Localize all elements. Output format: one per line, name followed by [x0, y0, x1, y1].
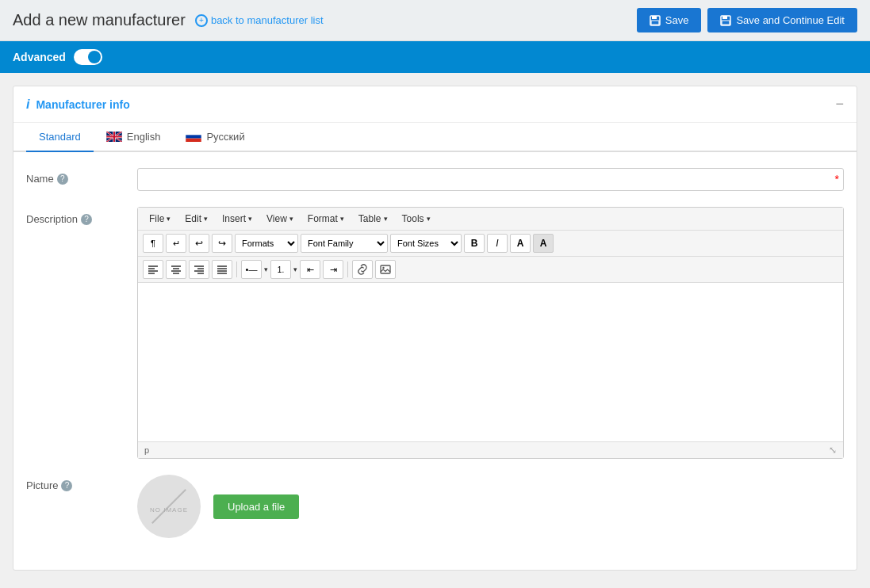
align-right-icon [194, 265, 205, 274]
editor-toolbar-1: ¶ ↵ ↩ ↪ [138, 231, 843, 257]
tools-caret-icon: ▾ [427, 215, 431, 223]
svg-rect-7 [186, 132, 202, 135]
ul-caret-btn[interactable]: ▾ [264, 265, 268, 273]
menu-format[interactable]: Format ▾ [301, 211, 351, 227]
formats-select[interactable]: Formats [235, 234, 298, 253]
edit-caret-icon: ▾ [204, 215, 208, 223]
editor-menubar: File ▾ Edit ▾ Insert ▾ [138, 208, 843, 231]
editor-body[interactable] [138, 283, 843, 441]
save-button[interactable]: Save [637, 8, 702, 32]
save-continue-button[interactable]: Save and Continue Edit [707, 8, 857, 32]
link-btn[interactable] [352, 260, 373, 279]
tab-standard[interactable]: Standard [26, 123, 94, 152]
name-label: Name ? [26, 168, 137, 185]
resize-handle-icon: ⤡ [829, 445, 837, 456]
page-header: Add a new manufacturer + back to manufac… [0, 0, 870, 41]
name-help-icon[interactable]: ? [57, 174, 68, 185]
info-icon: i [26, 97, 29, 112]
manufacturer-info-card: i Manufacturer info − Standard English [13, 86, 857, 571]
required-star: * [835, 173, 839, 185]
svg-rect-1 [652, 16, 657, 19]
table-caret-icon: ▾ [384, 215, 388, 223]
justify-icon [217, 265, 228, 274]
tab-standard-label: Standard [39, 131, 81, 143]
collapse-icon[interactable]: − [835, 96, 844, 113]
description-label: Description ? [26, 207, 137, 225]
svg-point-27 [382, 267, 384, 269]
format-caret-icon: ▾ [340, 215, 344, 223]
forecolor-btn[interactable]: A [510, 234, 531, 253]
toolbar-sep-1 [236, 262, 237, 277]
no-image-placeholder: NO IMAGE [137, 475, 201, 538]
card-header-left: i Manufacturer info [26, 97, 130, 112]
rtl-btn[interactable]: ↵ [166, 234, 186, 253]
picture-help-icon[interactable]: ? [61, 480, 72, 491]
bold-btn[interactable]: B [464, 234, 485, 253]
svg-rect-8 [186, 135, 202, 138]
justify-btn[interactable] [212, 260, 232, 279]
font-sizes-select[interactable]: Font Sizes [390, 234, 462, 253]
advanced-label: Advanced [13, 51, 66, 63]
italic-btn[interactable]: I [487, 234, 508, 253]
align-right-btn[interactable] [189, 260, 209, 279]
view-caret-icon: ▾ [289, 215, 293, 223]
svg-rect-4 [722, 16, 727, 19]
name-row: Name ? * [26, 168, 844, 191]
form-area: Name ? * Description ? [13, 152, 857, 570]
menu-tools[interactable]: Tools ▾ [396, 211, 437, 227]
backcolor-btn[interactable]: A [533, 234, 554, 253]
back-link[interactable]: + back to manufacturer list [195, 14, 324, 27]
save-continue-icon [720, 15, 731, 26]
ul-btn[interactable]: •— [241, 260, 262, 279]
svg-rect-9 [186, 139, 202, 142]
tab-english-label: English [127, 131, 161, 143]
svg-rect-26 [381, 265, 390, 273]
editor-wrapper: File ▾ Edit ▾ Insert ▾ [137, 207, 844, 459]
name-input-wrapper: * [137, 168, 844, 191]
english-flag-icon [106, 132, 122, 142]
font-family-select[interactable]: Font Family [301, 234, 388, 253]
russian-flag-icon [186, 132, 201, 142]
menu-table[interactable]: Table ▾ [352, 211, 394, 227]
redo-btn[interactable]: ↪ [212, 234, 232, 253]
header-right: Save Save and Continue Edit [637, 8, 857, 32]
align-left-btn[interactable] [143, 260, 163, 279]
align-left-icon [148, 265, 159, 274]
svg-rect-2 [651, 21, 659, 25]
upload-file-button[interactable]: Upload a file [213, 494, 299, 519]
image-btn[interactable] [375, 260, 396, 279]
editor-path: p [144, 445, 149, 455]
align-center-icon [171, 265, 182, 274]
save-icon [650, 15, 661, 26]
insert-caret-icon: ▾ [248, 215, 252, 223]
menu-insert[interactable]: Insert ▾ [216, 211, 259, 227]
toolbar-sep-2 [347, 262, 348, 277]
menu-view[interactable]: View ▾ [260, 211, 300, 227]
no-image-text: NO IMAGE [150, 506, 188, 514]
ltr-btn[interactable]: ¶ [143, 234, 163, 253]
tab-english[interactable]: English [94, 123, 174, 152]
tab-russian[interactable]: Русский [173, 123, 257, 152]
header-left: Add a new manufacturer + back to manufac… [13, 11, 324, 29]
align-center-btn[interactable] [166, 260, 186, 279]
description-row: Description ? File ▾ Edit [26, 207, 844, 459]
svg-rect-5 [722, 21, 730, 25]
ol-btn[interactable]: 1. [270, 260, 291, 279]
undo-btn[interactable]: ↩ [189, 234, 209, 253]
description-help-icon[interactable]: ? [81, 214, 92, 225]
link-icon [357, 264, 368, 275]
indent-btn[interactable]: ⇥ [323, 260, 343, 279]
advanced-toggle[interactable] [74, 49, 102, 65]
ol-caret-btn[interactable]: ▾ [293, 265, 297, 273]
name-input[interactable] [137, 168, 844, 191]
menu-edit[interactable]: Edit ▾ [178, 211, 214, 227]
outdent-btn[interactable]: ⇤ [300, 260, 320, 279]
tab-russian-label: Русский [206, 131, 244, 143]
menu-file[interactable]: File ▾ [143, 211, 177, 227]
name-field-wrapper: * [137, 168, 844, 191]
image-icon [380, 264, 391, 275]
back-circle-icon: + [195, 14, 208, 27]
back-link-text: back to manufacturer list [211, 14, 324, 26]
card-header: i Manufacturer info − [13, 86, 857, 123]
tabs-bar: Standard English [13, 123, 857, 152]
